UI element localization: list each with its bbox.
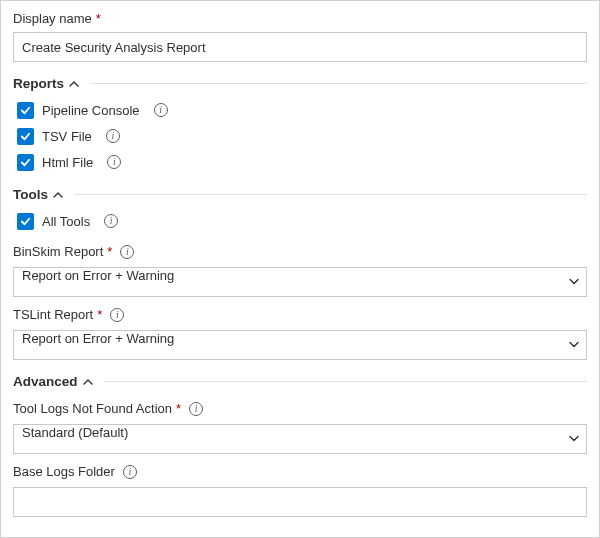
not-found-action-select[interactable]: Standard (Default) <box>13 424 587 454</box>
info-icon[interactable]: i <box>110 308 124 322</box>
display-name-label: Display name* <box>13 11 587 26</box>
divider <box>90 83 587 84</box>
info-icon[interactable]: i <box>123 465 137 479</box>
section-title: Advanced <box>13 374 78 389</box>
info-icon[interactable]: i <box>154 103 168 117</box>
chevron-up-icon <box>82 376 94 388</box>
chevron-up-icon <box>68 78 80 90</box>
display-name-input[interactable] <box>13 32 587 62</box>
section-header-tools[interactable]: Tools <box>13 187 587 202</box>
task-settings-panel: Display name* Reports Pipeline Console i… <box>0 0 600 538</box>
section-title: Reports <box>13 76 64 91</box>
section-title: Tools <box>13 187 48 202</box>
info-icon[interactable]: i <box>107 155 121 169</box>
divider <box>74 194 587 195</box>
required-marker: * <box>107 244 112 259</box>
required-marker: * <box>97 307 102 322</box>
info-icon[interactable]: i <box>189 402 203 416</box>
checkbox-label: All Tools <box>42 214 90 229</box>
checkbox-pipeline-console[interactable] <box>17 102 34 119</box>
required-marker: * <box>96 11 101 26</box>
info-icon[interactable]: i <box>104 214 118 228</box>
not-found-action-label: Tool Logs Not Found Action* i <box>13 401 587 416</box>
binskim-report-label: BinSkim Report* i <box>13 244 587 259</box>
chevron-up-icon <box>52 189 64 201</box>
info-icon[interactable]: i <box>106 129 120 143</box>
info-icon[interactable]: i <box>120 245 134 259</box>
binskim-report-select[interactable]: Report on Error + Warning <box>13 267 587 297</box>
tslint-report-select[interactable]: Report on Error + Warning <box>13 330 587 360</box>
checkbox-label: Pipeline Console <box>42 103 140 118</box>
section-header-reports[interactable]: Reports <box>13 76 587 91</box>
checkbox-label: Html File <box>42 155 93 170</box>
checkbox-html-file[interactable] <box>17 154 34 171</box>
base-logs-folder-label: Base Logs Folder i <box>13 464 587 479</box>
required-marker: * <box>176 401 181 416</box>
checkbox-label: TSV File <box>42 129 92 144</box>
divider <box>104 381 587 382</box>
base-logs-folder-input[interactable] <box>13 487 587 517</box>
tslint-report-label: TSLint Report* i <box>13 307 587 322</box>
checkbox-tsv-file[interactable] <box>17 128 34 145</box>
checkbox-all-tools[interactable] <box>17 213 34 230</box>
section-header-advanced[interactable]: Advanced <box>13 374 587 389</box>
